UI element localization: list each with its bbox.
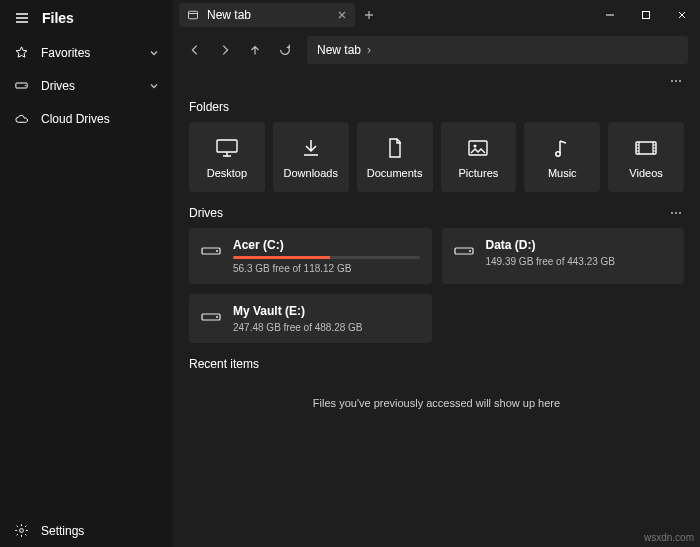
sidebar-item-drives[interactable]: Drives xyxy=(0,69,173,102)
drive-subtext: 56.3 GB free of 118.12 GB xyxy=(233,263,420,274)
folder-downloads[interactable]: Downloads xyxy=(273,122,349,192)
sidebar-item-label: Settings xyxy=(41,524,84,538)
drive-d[interactable]: Data (D:) 149.39 GB free of 443.23 GB xyxy=(442,228,685,284)
drive-subtext: 247.48 GB free of 488.28 GB xyxy=(233,322,420,333)
tab-close-icon[interactable] xyxy=(337,10,347,20)
back-button[interactable] xyxy=(181,36,209,64)
music-icon xyxy=(552,135,572,161)
sidebar-item-settings[interactable]: Settings xyxy=(0,514,173,547)
drives-grid: Acer (C:) 56.3 GB free of 118.12 GB Data… xyxy=(189,228,684,343)
sidebar-item-label: Cloud Drives xyxy=(41,112,110,126)
sidebar-item-label: Drives xyxy=(41,79,75,93)
gear-icon xyxy=(14,523,29,538)
hamburger-icon[interactable] xyxy=(14,10,30,26)
titlebar: New tab xyxy=(173,0,700,30)
drive-name: My Vault (E:) xyxy=(233,304,420,318)
address-bar[interactable]: New tab › xyxy=(307,36,688,64)
drive-icon xyxy=(454,238,474,258)
up-button[interactable] xyxy=(241,36,269,64)
window-controls xyxy=(592,0,700,30)
folder-desktop[interactable]: Desktop xyxy=(189,122,265,192)
folder-label: Desktop xyxy=(207,167,247,179)
cloud-icon xyxy=(14,111,29,126)
svg-rect-4 xyxy=(643,12,650,19)
svg-point-11 xyxy=(216,250,218,252)
star-icon xyxy=(14,45,29,60)
main-area: New tab New tab › xyxy=(173,0,700,547)
drives-more-icon[interactable]: ⋯ xyxy=(670,206,684,220)
section-title-folders: Folders xyxy=(189,100,229,114)
watermark: wsxdn.com xyxy=(644,532,694,543)
chevron-down-icon xyxy=(149,81,159,91)
sidebar-header: Files xyxy=(0,0,173,36)
drive-c[interactable]: Acer (C:) 56.3 GB free of 118.12 GB xyxy=(189,228,432,284)
drive-name: Acer (C:) xyxy=(233,238,420,252)
folder-videos[interactable]: Videos xyxy=(608,122,684,192)
section-title-recent: Recent items xyxy=(189,357,259,371)
sidebar-item-label: Favorites xyxy=(41,46,90,60)
sidebar: Files Favorites Drives Cloud Drive xyxy=(0,0,173,547)
desktop-icon xyxy=(214,135,240,161)
sidebar-item-favorites[interactable]: Favorites xyxy=(0,36,173,69)
folder-documents[interactable]: Documents xyxy=(357,122,433,192)
drive-icon xyxy=(201,238,221,258)
svg-rect-3 xyxy=(189,11,198,19)
svg-point-1 xyxy=(25,85,26,86)
breadcrumb-separator: › xyxy=(367,43,371,57)
drive-icon xyxy=(201,304,221,324)
video-icon xyxy=(633,135,659,161)
chevron-down-icon xyxy=(149,48,159,58)
svg-point-15 xyxy=(216,316,218,318)
window-close-button[interactable] xyxy=(664,0,700,30)
section-title-drives: Drives xyxy=(189,206,223,220)
document-icon xyxy=(386,135,404,161)
drive-e[interactable]: My Vault (E:) 247.48 GB free of 488.28 G… xyxy=(189,294,432,343)
app-title: Files xyxy=(42,10,74,26)
window-maximize-button[interactable] xyxy=(628,0,664,30)
folder-label: Videos xyxy=(629,167,662,179)
folder-music[interactable]: Music xyxy=(524,122,600,192)
forward-button[interactable] xyxy=(211,36,239,64)
content: Folders Desktop Downloads Documents Pic xyxy=(173,88,700,547)
folder-label: Downloads xyxy=(284,167,338,179)
sidebar-item-cloud-drives[interactable]: Cloud Drives xyxy=(0,102,173,135)
folder-label: Documents xyxy=(367,167,423,179)
folder-label: Pictures xyxy=(459,167,499,179)
download-icon xyxy=(300,135,322,161)
folder-label: Music xyxy=(548,167,577,179)
recent-empty-text: Files you've previously accessed will sh… xyxy=(189,379,684,433)
tab-home-icon xyxy=(187,9,199,21)
svg-rect-5 xyxy=(217,140,237,152)
svg-point-13 xyxy=(469,250,471,252)
window-minimize-button[interactable] xyxy=(592,0,628,30)
new-tab-button[interactable] xyxy=(355,1,383,29)
refresh-button[interactable] xyxy=(271,36,299,64)
drive-icon xyxy=(14,78,29,93)
folders-grid: Desktop Downloads Documents Pictures Mus… xyxy=(189,122,684,192)
tab-label: New tab xyxy=(207,8,251,22)
svg-point-7 xyxy=(474,145,477,148)
address-path: New tab xyxy=(317,43,361,57)
tab-new[interactable]: New tab xyxy=(179,3,355,27)
page-more-icon[interactable]: ⋯ xyxy=(670,74,684,88)
drive-usage-bar xyxy=(233,256,420,259)
toolbar: New tab › xyxy=(173,30,700,70)
folder-pictures[interactable]: Pictures xyxy=(441,122,517,192)
drive-name: Data (D:) xyxy=(486,238,673,252)
picture-icon xyxy=(466,135,490,161)
svg-point-2 xyxy=(20,529,24,533)
svg-point-8 xyxy=(556,152,560,156)
drive-subtext: 149.39 GB free of 443.23 GB xyxy=(486,256,673,267)
